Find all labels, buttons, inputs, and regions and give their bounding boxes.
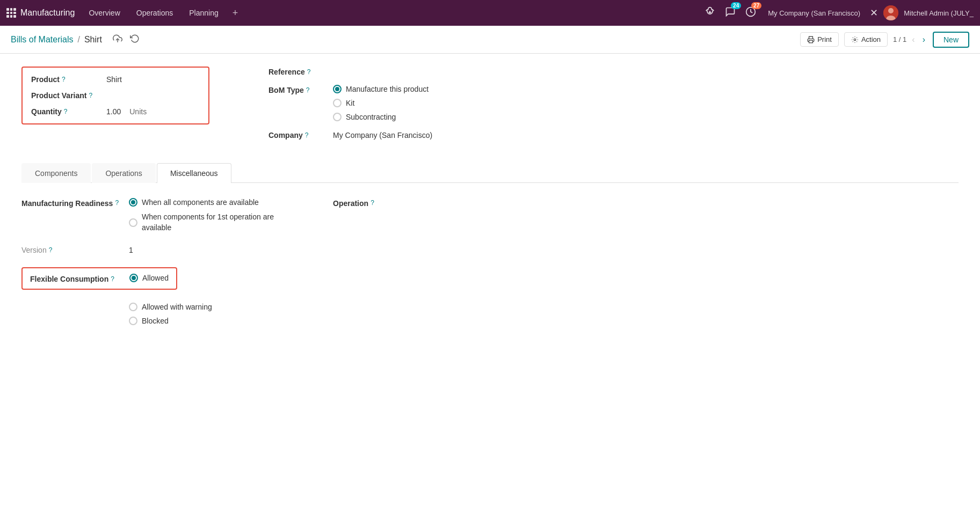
- misc-right: Operation ?: [333, 198, 959, 325]
- company-field-row: Company ? My Company (San Francisco): [268, 130, 959, 140]
- miscellaneous-tab-content: Manufacturing Readiness ? When all compo…: [0, 183, 980, 340]
- company-help[interactable]: ?: [305, 131, 309, 139]
- operation-help[interactable]: ?: [371, 199, 374, 207]
- quantity-help[interactable]: ?: [64, 108, 68, 115]
- nav-planning[interactable]: Planning: [183, 6, 225, 19]
- flexible-options: Allowed: [129, 274, 169, 282]
- svg-rect-7: [809, 40, 813, 43]
- bom-type-field-row: BoM Type ? Manufacture this product Kit: [268, 85, 959, 121]
- topnav-icons: 24 27 My Company (San Francisco) ✕ Mitch…: [702, 4, 974, 22]
- bom-type-kit[interactable]: Kit: [333, 99, 429, 107]
- bom-type-kit-radio[interactable]: [333, 99, 342, 107]
- print-button[interactable]: Print: [800, 32, 839, 47]
- readiness-help[interactable]: ?: [115, 199, 119, 207]
- new-button[interactable]: New: [933, 32, 969, 48]
- bug-icon[interactable]: [702, 4, 717, 22]
- brand-name: Manufacturing: [20, 8, 75, 18]
- quantity-field-row: Quantity ? 1.00 Units: [31, 107, 200, 116]
- avatar[interactable]: [883, 5, 898, 20]
- bom-type-subcontracting-label: Subcontracting: [346, 113, 396, 121]
- print-label: Print: [817, 35, 832, 43]
- svg-point-8: [854, 39, 856, 41]
- readiness-first-radio[interactable]: [129, 218, 137, 227]
- flexible-help[interactable]: ?: [111, 275, 114, 283]
- operation-field-row: Operation ?: [333, 198, 959, 208]
- product-label: Product ?: [31, 75, 106, 84]
- bom-type-manufacture[interactable]: Manufacture this product: [333, 85, 429, 93]
- flexible-consumption-box: Flexible Consumption ? Allowed: [21, 267, 177, 290]
- bom-type-subcontracting[interactable]: Subcontracting: [333, 113, 429, 121]
- version-field-row: Version ? 1: [21, 246, 290, 254]
- settings-icon[interactable]: ✕: [870, 7, 878, 19]
- form-right: Reference ? BoM Type ? Manufacture this …: [268, 67, 959, 148]
- bom-type-kit-label: Kit: [346, 99, 354, 107]
- tabs-bar: Components Operations Miscellaneous: [21, 163, 959, 183]
- flexible-blocked-label: Blocked: [142, 317, 169, 325]
- svg-point-4: [888, 8, 894, 13]
- flexible-allowed-label: Allowed: [142, 274, 169, 282]
- reference-field-row: Reference ?: [268, 67, 959, 76]
- misc-left: Manufacturing Readiness ? When all compo…: [21, 198, 290, 325]
- next-arrow[interactable]: ›: [920, 34, 927, 46]
- tab-operations[interactable]: Operations: [92, 163, 155, 183]
- quantity-value[interactable]: 1.00: [106, 107, 121, 116]
- breadcrumb-current: Shirt: [84, 35, 102, 45]
- add-menu-button[interactable]: +: [228, 5, 243, 21]
- breadcrumb-parent[interactable]: Bills of Materials: [11, 35, 73, 45]
- bom-type-help[interactable]: ?: [306, 86, 310, 94]
- readiness-field-row: Manufacturing Readiness ? When all compo…: [21, 198, 290, 233]
- reference-label: Reference ?: [268, 67, 333, 76]
- variant-field-row: Product Variant ?: [31, 91, 200, 100]
- user-label[interactable]: Mitchell Admin (JULY_: [904, 9, 974, 17]
- top-navigation: Manufacturing Overview Operations Planni…: [0, 0, 980, 26]
- flexible-blocked[interactable]: Blocked: [129, 317, 290, 325]
- action-button[interactable]: Action: [844, 32, 888, 47]
- clock-badge: 27: [751, 2, 761, 9]
- flexible-allowed-warning-label: Allowed with warning: [142, 303, 212, 311]
- bom-type-subcontracting-radio[interactable]: [333, 113, 342, 121]
- flexible-allowed-warning-radio[interactable]: [129, 303, 137, 311]
- version-help[interactable]: ?: [49, 246, 53, 254]
- grid-icon: [6, 8, 16, 18]
- nav-operations[interactable]: Operations: [130, 6, 179, 19]
- reference-help[interactable]: ?: [307, 68, 311, 76]
- product-value[interactable]: Shirt: [106, 75, 122, 84]
- breadcrumb-separator: /: [77, 35, 79, 45]
- readiness-options: When all components are available When c…: [129, 198, 281, 233]
- company-name: My Company (San Francisco): [768, 9, 860, 17]
- flexible-allowed-radio[interactable]: [129, 274, 138, 282]
- flexible-blocked-radio[interactable]: [129, 317, 137, 325]
- bom-type-manufacture-radio[interactable]: [333, 85, 342, 93]
- company-value[interactable]: My Company (San Francisco): [333, 130, 432, 140]
- tab-miscellaneous[interactable]: Miscellaneous: [157, 163, 231, 183]
- version-value: 1: [129, 246, 133, 254]
- flexible-consumption-row: Flexible Consumption ? Allowed: [21, 267, 290, 290]
- chat-badge: 24: [731, 2, 741, 9]
- flexible-label: Flexible Consumption ?: [30, 274, 129, 283]
- breadcrumb-actions: [111, 32, 142, 48]
- cloud-upload-icon[interactable]: [111, 32, 125, 48]
- reset-icon[interactable]: [128, 32, 142, 48]
- flexible-allowed-warning[interactable]: Allowed with warning: [129, 303, 290, 311]
- readiness-all[interactable]: When all components are available: [129, 198, 281, 207]
- readiness-first-label: When components for 1st operation are av…: [142, 212, 281, 233]
- readiness-first[interactable]: When components for 1st operation are av…: [129, 212, 281, 233]
- prev-arrow[interactable]: ‹: [910, 34, 917, 46]
- action-label: Action: [861, 35, 881, 43]
- breadcrumb-bar: Bills of Materials / Shirt Print: [0, 26, 980, 54]
- bom-type-options: Manufacture this product Kit Subcontract…: [333, 85, 429, 121]
- brand-logo[interactable]: Manufacturing: [6, 8, 75, 18]
- quantity-unit: Units: [129, 107, 147, 116]
- clock-icon[interactable]: 27: [743, 4, 758, 22]
- form-left: Product ? Shirt Product Variant ?: [21, 67, 236, 148]
- chat-icon[interactable]: 24: [723, 4, 738, 22]
- product-help[interactable]: ?: [62, 76, 66, 83]
- tab-components[interactable]: Components: [21, 163, 91, 183]
- readiness-all-radio[interactable]: [129, 198, 137, 207]
- product-field-group: Product ? Shirt Product Variant ?: [21, 67, 209, 124]
- flexible-allowed[interactable]: Allowed: [129, 274, 169, 282]
- readiness-label: Manufacturing Readiness ?: [21, 198, 129, 208]
- nav-overview[interactable]: Overview: [82, 6, 126, 19]
- page-nav: 1 / 1 ‹ ›: [893, 34, 927, 46]
- variant-help[interactable]: ?: [89, 92, 92, 99]
